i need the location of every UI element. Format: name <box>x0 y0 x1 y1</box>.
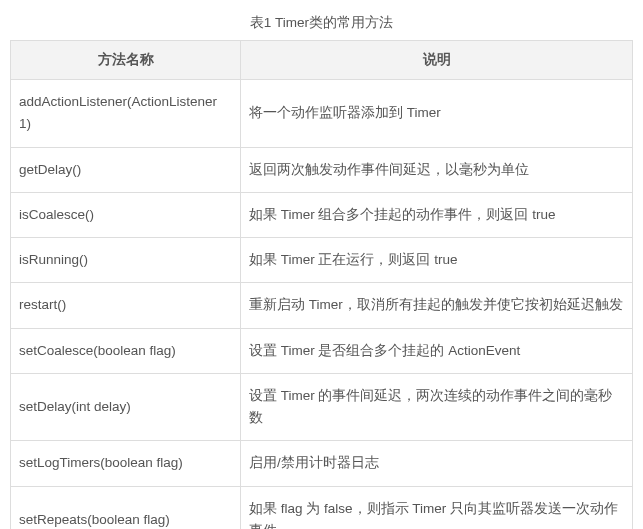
table-container: 表1 Timer类的常用方法 方法名称 说明 addActionListener… <box>10 14 633 529</box>
method-desc: 如果 flag 为 false，则指示 Timer 只向其监听器发送一次动作事件 <box>241 486 633 529</box>
method-name: setLogTimers(boolean flag) <box>11 441 241 486</box>
table-row: restart()重新启动 Timer，取消所有挂起的触发并使它按初始延迟触发 <box>11 283 633 328</box>
table-row: isRunning()如果 Timer 正在运行，则返回 true <box>11 238 633 283</box>
method-desc: 设置 Timer 是否组合多个挂起的 ActionEvent <box>241 328 633 373</box>
table-row: setCoalesce(boolean flag)设置 Timer 是否组合多个… <box>11 328 633 373</box>
method-desc: 如果 Timer 正在运行，则返回 true <box>241 238 633 283</box>
table-row: getDelay()返回两次触发动作事件间延迟，以毫秒为单位 <box>11 147 633 192</box>
method-name: isCoalesce() <box>11 192 241 237</box>
method-name: isRunning() <box>11 238 241 283</box>
method-desc: 重新启动 Timer，取消所有挂起的触发并使它按初始延迟触发 <box>241 283 633 328</box>
methods-table: 方法名称 说明 addActionListener(ActionListener… <box>10 40 633 529</box>
method-desc: 启用/禁用计时器日志 <box>241 441 633 486</box>
table-row: setDelay(int delay)设置 Timer 的事件间延迟，两次连续的… <box>11 373 633 441</box>
table-row: isCoalesce()如果 Timer 组合多个挂起的动作事件，则返回 tru… <box>11 192 633 237</box>
header-name: 方法名称 <box>11 41 241 80</box>
table-row: setRepeats(boolean flag)如果 flag 为 false，… <box>11 486 633 529</box>
method-name: restart() <box>11 283 241 328</box>
method-name: addActionListener(ActionListener 1) <box>11 80 241 148</box>
table-row: addActionListener(ActionListener 1)将一个动作… <box>11 80 633 148</box>
method-name: setCoalesce(boolean flag) <box>11 328 241 373</box>
method-name: getDelay() <box>11 147 241 192</box>
method-desc: 如果 Timer 组合多个挂起的动作事件，则返回 true <box>241 192 633 237</box>
table-caption: 表1 Timer类的常用方法 <box>10 14 633 32</box>
method-desc: 设置 Timer 的事件间延迟，两次连续的动作事件之间的毫秒数 <box>241 373 633 441</box>
method-name: setDelay(int delay) <box>11 373 241 441</box>
method-desc: 返回两次触发动作事件间延迟，以毫秒为单位 <box>241 147 633 192</box>
header-desc: 说明 <box>241 41 633 80</box>
method-desc: 将一个动作监听器添加到 Timer <box>241 80 633 148</box>
header-row: 方法名称 说明 <box>11 41 633 80</box>
table-row: setLogTimers(boolean flag)启用/禁用计时器日志 <box>11 441 633 486</box>
method-name: setRepeats(boolean flag) <box>11 486 241 529</box>
